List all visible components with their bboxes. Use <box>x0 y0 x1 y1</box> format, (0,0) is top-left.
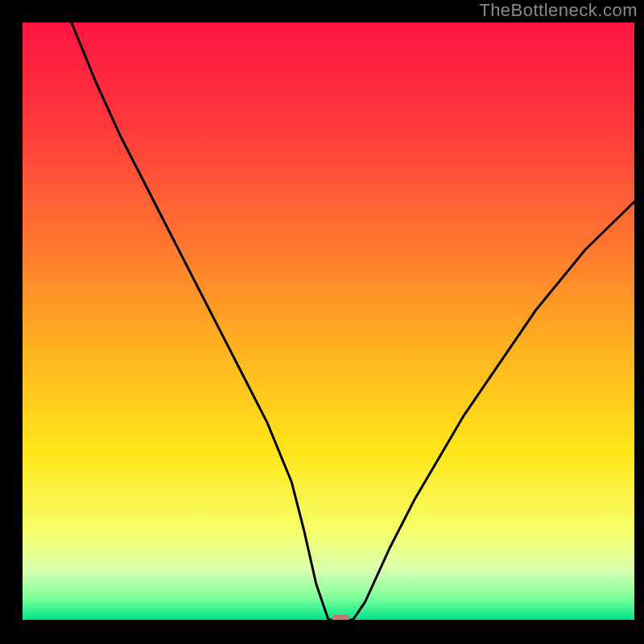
watermark-text: TheBottleneck.com <box>479 0 638 21</box>
chart-frame: TheBottleneck.com <box>0 0 644 644</box>
optimum-marker <box>332 615 349 620</box>
chart-svg <box>23 23 634 620</box>
plot-area <box>23 23 634 620</box>
heatmap-background <box>23 23 634 620</box>
